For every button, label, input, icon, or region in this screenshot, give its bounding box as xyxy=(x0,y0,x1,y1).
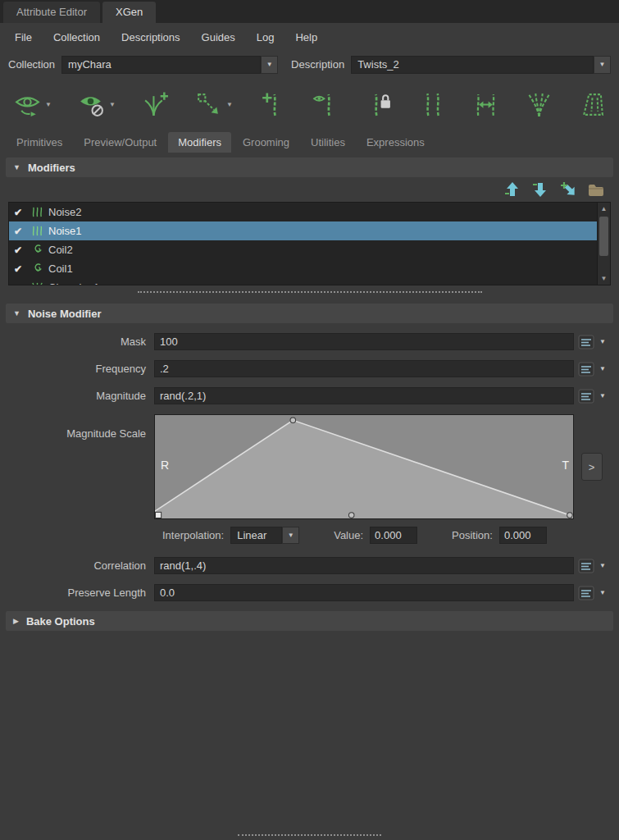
mask-input[interactable] xyxy=(154,333,574,350)
modifier-label: Coil2 xyxy=(48,244,73,256)
modifier-row-clumping1[interactable]: ✔ Clumping1 xyxy=(9,278,597,285)
scrollbar-thumb[interactable] xyxy=(599,217,608,256)
modifier-row-noise2[interactable]: ✔ Noise2 xyxy=(9,203,597,221)
tab-expressions[interactable]: Expressions xyxy=(357,132,435,153)
expression-editor-icon[interactable] xyxy=(578,361,594,377)
modifier-row-coil1[interactable]: ✔ Coil1 xyxy=(9,259,597,278)
expression-editor-icon[interactable] xyxy=(578,558,594,573)
modifiers-section-header[interactable]: ▼ Modifiers xyxy=(6,158,613,177)
checkbox-checked-icon[interactable]: ✔ xyxy=(14,282,26,286)
checkbox-checked-icon[interactable]: ✔ xyxy=(14,244,26,256)
chevron-down-icon: ▼ xyxy=(288,532,294,539)
xgen-toolbar: ▼ ▼ ▼ xyxy=(0,78,619,130)
ramp-key-handle[interactable] xyxy=(567,513,573,518)
modifier-label: Coil1 xyxy=(48,262,73,275)
tab-xgen[interactable]: XGen xyxy=(102,2,156,23)
correlation-row: Correlation ▼ xyxy=(8,557,609,574)
expression-editor-icon[interactable] xyxy=(578,334,594,349)
add-primitives-icon[interactable] xyxy=(139,88,171,121)
magnitude-scale-ramp[interactable]: R T xyxy=(154,414,574,519)
magnitude-input[interactable] xyxy=(154,387,574,404)
description-value: Twists_2 xyxy=(351,56,594,74)
chevron-down-icon[interactable]: ▼ xyxy=(45,101,53,108)
noise-modifier-icon xyxy=(31,225,43,237)
mask-row: Mask ▼ xyxy=(8,333,609,350)
tab-grooming[interactable]: Grooming xyxy=(233,132,299,153)
ramp-position-input[interactable] xyxy=(499,527,547,544)
tab-utilities[interactable]: Utilities xyxy=(301,132,355,153)
ramp-side-panel: > xyxy=(574,414,609,519)
menu-help[interactable]: Help xyxy=(295,31,317,43)
xgen-tab-bar: Primitives Preview/Output Modifiers Groo… xyxy=(0,130,619,153)
expression-editor-icon[interactable] xyxy=(578,388,594,404)
ramp-value-input[interactable] xyxy=(370,527,417,544)
tab-preview-output[interactable]: Preview/Output xyxy=(74,132,166,153)
move-modifier-down-icon[interactable] xyxy=(530,180,550,199)
empty-area xyxy=(0,631,619,830)
menu-guides[interactable]: Guides xyxy=(202,31,235,43)
tab-modifiers[interactable]: Modifiers xyxy=(168,132,231,153)
guide-density-icon[interactable] xyxy=(416,88,448,121)
description-dropdown-arrow[interactable]: ▼ xyxy=(594,56,611,74)
tab-primitives[interactable]: Primitives xyxy=(7,132,72,153)
lock-guides-icon[interactable] xyxy=(363,88,394,121)
menu-descriptions[interactable]: Descriptions xyxy=(121,31,180,43)
ramp-expand-button[interactable]: > xyxy=(581,453,603,481)
chevron-down-icon[interactable]: ▼ xyxy=(226,101,234,108)
guide-visibility-icon[interactable] xyxy=(310,88,341,121)
menu-collection[interactable]: Collection xyxy=(53,31,100,43)
frequency-input[interactable] xyxy=(154,360,574,377)
collection-dropdown[interactable]: myChara ▼ xyxy=(61,56,278,74)
clump-guides-icon[interactable] xyxy=(523,88,554,121)
interpolation-dropdown[interactable]: Linear ▼ xyxy=(230,527,299,544)
chevron-down-icon[interactable]: ▼ xyxy=(596,392,609,399)
export-selection-icon[interactable] xyxy=(193,88,224,121)
menu-log[interactable]: Log xyxy=(257,31,275,43)
checkbox-checked-icon[interactable]: ✔ xyxy=(14,207,26,218)
browse-modifier-folder-icon[interactable] xyxy=(586,180,606,199)
collapse-arrow-icon: ▼ xyxy=(13,163,20,171)
chevron-down-icon[interactable]: ▼ xyxy=(596,562,609,569)
checkbox-checked-icon[interactable]: ✔ xyxy=(14,226,26,237)
modifier-list-scrollbar[interactable]: ▲ ▼ xyxy=(597,203,610,285)
ramp-key-handle[interactable] xyxy=(348,513,354,518)
bake-options-section-header[interactable]: ▶ Bake Options xyxy=(6,611,613,631)
chevron-down-icon[interactable]: ▼ xyxy=(109,101,117,108)
scroll-down-icon[interactable]: ▼ xyxy=(598,272,610,285)
add-modifier-icon[interactable] xyxy=(558,180,578,199)
menu-file[interactable]: File xyxy=(15,31,32,43)
magnitude-scale-label: Magnitude Scale xyxy=(8,414,154,440)
chevron-down-icon[interactable]: ▼ xyxy=(596,338,609,345)
chevron-down-icon: ▼ xyxy=(599,61,606,68)
panel-resize-handle[interactable] xyxy=(0,285,619,299)
correlation-input[interactable] xyxy=(154,557,574,574)
coil-modifier-icon xyxy=(31,262,43,275)
checkbox-checked-icon[interactable]: ✔ xyxy=(14,263,26,275)
editor-tab-bar: Attribute Editor XGen xyxy=(0,0,619,23)
toggle-primitive-visibility-icon[interactable] xyxy=(75,88,107,121)
modifier-list[interactable]: ✔ Noise2 ✔ Noise1 ✔ Coil2 ✔ Coil1 ✔ Clum… xyxy=(8,202,611,285)
preserve-length-label: Preserve Length xyxy=(8,587,154,599)
chevron-down-icon[interactable]: ▼ xyxy=(596,589,609,596)
move-modifier-up-icon[interactable] xyxy=(503,180,522,199)
panel-resize-handle-bottom[interactable] xyxy=(0,830,619,840)
modifier-row-noise1[interactable]: ✔ Noise1 xyxy=(9,221,597,240)
scroll-up-icon[interactable]: ▲ xyxy=(598,203,610,215)
tab-attribute-editor[interactable]: Attribute Editor xyxy=(3,2,100,23)
guide-width-icon[interactable] xyxy=(470,88,501,121)
ramp-key-handle[interactable] xyxy=(156,512,162,518)
description-dropdown[interactable]: Twists_2 ▼ xyxy=(351,56,611,74)
ramp-key-handle[interactable] xyxy=(290,418,296,423)
collection-dropdown-arrow[interactable]: ▼ xyxy=(261,56,278,74)
add-guide-icon[interactable] xyxy=(257,88,288,121)
magnitude-row: Magnitude ▼ xyxy=(8,387,609,404)
expression-editor-icon[interactable] xyxy=(578,585,594,600)
modifier-row-coil2[interactable]: ✔ Coil2 xyxy=(9,240,597,259)
chevron-down-icon[interactable]: ▼ xyxy=(596,365,609,372)
interpolation-dropdown-arrow[interactable]: ▼ xyxy=(282,527,299,544)
modifier-list-rows: ✔ Noise2 ✔ Noise1 ✔ Coil2 ✔ Coil1 ✔ Clum… xyxy=(9,203,597,285)
noise-modifier-section-header[interactable]: ▼ Noise Modifier xyxy=(6,304,613,323)
region-map-icon[interactable] xyxy=(576,88,608,121)
preserve-length-input[interactable] xyxy=(154,584,574,601)
preview-refresh-eye-icon[interactable] xyxy=(11,88,43,121)
